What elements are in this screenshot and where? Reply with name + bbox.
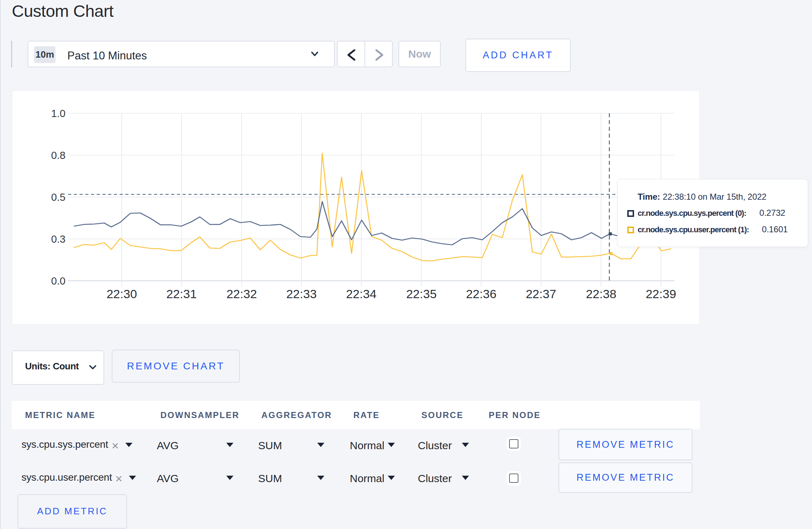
svg-text:22:32: 22:32 [226,287,257,301]
svg-text:22:35: 22:35 [406,287,436,301]
svg-text:22:39: 22:39 [646,287,676,301]
svg-text:0.5: 0.5 [51,191,66,203]
svg-text:0.8: 0.8 [51,150,66,161]
svg-text:22:37: 22:37 [526,287,556,301]
svg-text:0.3: 0.3 [51,233,66,245]
svg-text:22:34: 22:34 [346,287,376,301]
svg-text:22:33: 22:33 [286,287,316,301]
svg-text:22:38: 22:38 [586,287,616,301]
svg-text:0.0: 0.0 [51,275,66,287]
svg-text:22:36: 22:36 [466,287,496,301]
svg-text:22:30: 22:30 [106,287,137,301]
svg-text:22:31: 22:31 [166,287,197,301]
svg-text:1.0: 1.0 [51,108,66,119]
